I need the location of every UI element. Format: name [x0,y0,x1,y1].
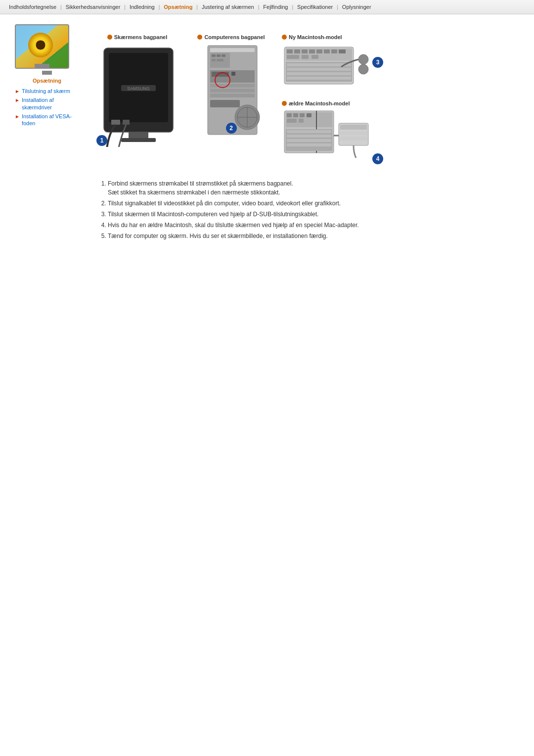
diagram-wrapper: Skærmens bagpanel SAMSUNG [89,29,519,169]
arrow-icon-1: ► [15,88,20,94]
svg-rect-59 [307,113,312,117]
svg-text:SAMSUNG: SAMSUNG [127,86,150,91]
svg-rect-64 [287,139,331,142]
old-mac-label: ældre Macintosh-model [282,100,383,106]
diagrams-row: Skærmens bagpanel SAMSUNG [89,29,519,169]
svg-rect-69 [340,137,367,141]
svg-rect-39 [324,49,330,53]
svg-rect-38 [316,49,322,53]
svg-rect-18 [212,59,216,61]
svg-rect-15 [212,54,216,57]
svg-rect-19 [217,59,223,61]
instruction-item-2: Tilslut signalkablet til videostikket på… [108,199,519,208]
svg-rect-34 [287,49,293,53]
sidebar-monitor-image [15,24,69,69]
svg-rect-62 [287,130,331,133]
svg-rect-40 [331,49,337,53]
svg-rect-16 [217,54,221,57]
arrow-icon-3: ► [15,113,20,120]
sidebar-links: ► Tilslutning af skærm ► Installation af… [15,88,79,127]
sidebar-link-installation-vesa[interactable]: ► Installation af VESA-foden [15,113,79,127]
nav-item-sikkerhedsanvisninger[interactable]: Sikkerhedsanvisninger [62,3,125,11]
svg-rect-7 [123,120,130,125]
old-mac-section: ældre Macintosh-model [282,100,383,164]
svg-rect-63 [287,135,331,138]
instruction-item-3: Tilslut skærmen til Macintosh-computeren… [108,210,519,219]
svg-rect-35 [294,49,300,53]
instruction-item-1: Forbind skærmens strømkabel til strømsti… [108,179,519,197]
nav-item-indholdsfortegnelse[interactable]: Indholdsfortegnelse [5,3,60,11]
computer-back-section: Computerens bagpanel [188,34,274,148]
instruction-item-4: Hvis du har en ældre Macintosh, skal du … [108,221,519,230]
svg-rect-26 [210,100,240,107]
svg-rect-25 [210,94,255,97]
svg-rect-55 [293,113,298,117]
svg-rect-24 [210,89,255,93]
nav-item-oplysninger[interactable]: Oplysninger [338,3,375,11]
svg-rect-13 [210,51,255,51]
dot-old-mac [282,101,287,106]
nav-item-justering[interactable]: Justering af skærmen [198,3,258,11]
nav-item-fejlfinding[interactable]: Fejlfinding [259,3,292,11]
badge-4: 4 [372,153,383,164]
svg-rect-36 [302,49,308,53]
svg-rect-58 [299,119,304,123]
svg-rect-48 [287,72,351,75]
instructions-list: Forbind skærmens strømkabel til strømsti… [99,179,519,240]
nav-item-indledning[interactable]: Indledning [126,3,159,11]
svg-rect-68 [340,131,367,135]
nav-item-specifikationer[interactable]: Specifikationer [293,3,337,11]
arrow-icon-2: ► [15,97,20,103]
svg-rect-44 [312,55,318,59]
new-mac-diagram: 3 [282,42,383,93]
svg-rect-65 [287,143,331,146]
instructions-section: Forbind skærmens strømkabel til strømsti… [89,179,519,240]
mac-section: Ny Macintosh-model [282,34,383,164]
main-content: Opsætning ► Tilslutning af skærm ► Insta… [0,14,534,252]
monitor-stand [42,71,52,75]
svg-rect-49 [287,77,351,80]
svg-point-51 [358,64,368,74]
nav-bar: Indholdsfortegnelse | Sikkerhedsanvisnin… [0,0,534,14]
dot-monitor [107,35,112,40]
diagram-area: Skærmens bagpanel SAMSUNG [89,24,519,242]
sidebar-link-installation-driver[interactable]: ► Installation af skærmdriver [15,96,79,111]
svg-rect-10 [210,48,255,48]
badge-1: 1 [96,135,107,146]
svg-rect-12 [210,50,255,50]
monitor-back-svg: SAMSUNG [94,43,180,147]
nav-item-opstaetning[interactable]: Opsætning [160,3,196,11]
sidebar-section-label: Opsætning [15,78,79,84]
svg-rect-57 [287,119,297,123]
new-mac-section: Ny Macintosh-model [282,34,383,93]
monitor-back-label: Skærmens bagpanel [107,34,168,40]
monitor-back-diagram: SAMSUNG [94,43,180,148]
svg-rect-43 [302,55,309,59]
sidebar: Opsætning ► Tilslutning af skærm ► Insta… [15,24,79,242]
badge-2: 2 [226,123,237,134]
svg-rect-47 [287,68,351,71]
svg-rect-22 [231,72,235,76]
svg-rect-17 [222,54,225,57]
monitor-back-section: Skærmens bagpanel SAMSUNG [94,34,180,148]
svg-rect-5 [121,138,156,142]
svg-rect-11 [210,49,255,49]
sidebar-link-tilslutning[interactable]: ► Tilslutning af skærm [15,88,79,94]
instruction-item-5: Tænd for computer og skærm. Hvis du ser … [108,232,519,240]
new-mac-svg [282,42,383,92]
svg-rect-67 [340,125,367,130]
new-mac-label: Ny Macintosh-model [282,34,383,40]
old-mac-svg [282,108,383,163]
svg-point-50 [358,54,368,64]
computer-back-diagram: 2 [188,43,274,148]
svg-rect-56 [300,113,305,117]
svg-rect-42 [287,55,299,59]
svg-rect-54 [287,113,292,117]
svg-rect-4 [129,132,148,138]
svg-rect-41 [339,49,346,53]
dot-computer [197,35,202,40]
old-mac-diagram: 4 [282,108,383,164]
computer-back-label: Computerens bagpanel [197,34,265,40]
dot-new-mac [282,35,287,40]
badge-3: 3 [372,57,383,68]
